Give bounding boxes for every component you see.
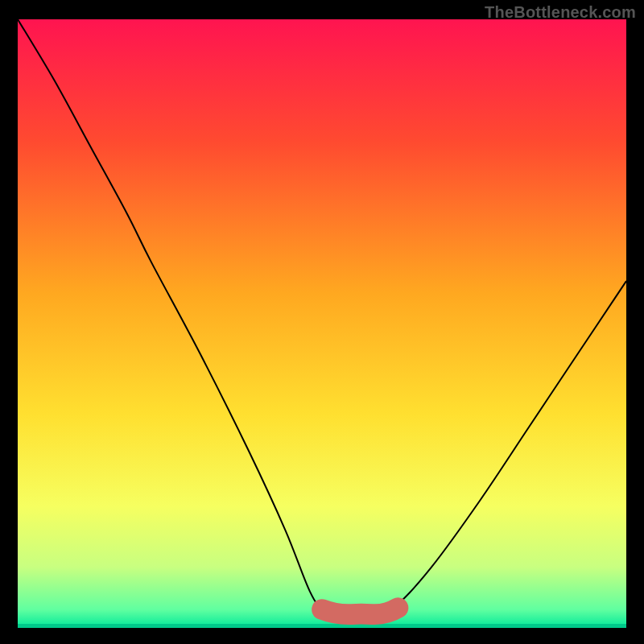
- baseline-strip: [18, 624, 626, 628]
- plot-area: [18, 19, 626, 628]
- chart-frame: TheBottleneck.com: [0, 0, 644, 644]
- chart-svg: [18, 19, 626, 628]
- flat-bottom-marker: [322, 608, 398, 614]
- gradient-background: [18, 19, 626, 628]
- watermark-text: TheBottleneck.com: [485, 3, 636, 22]
